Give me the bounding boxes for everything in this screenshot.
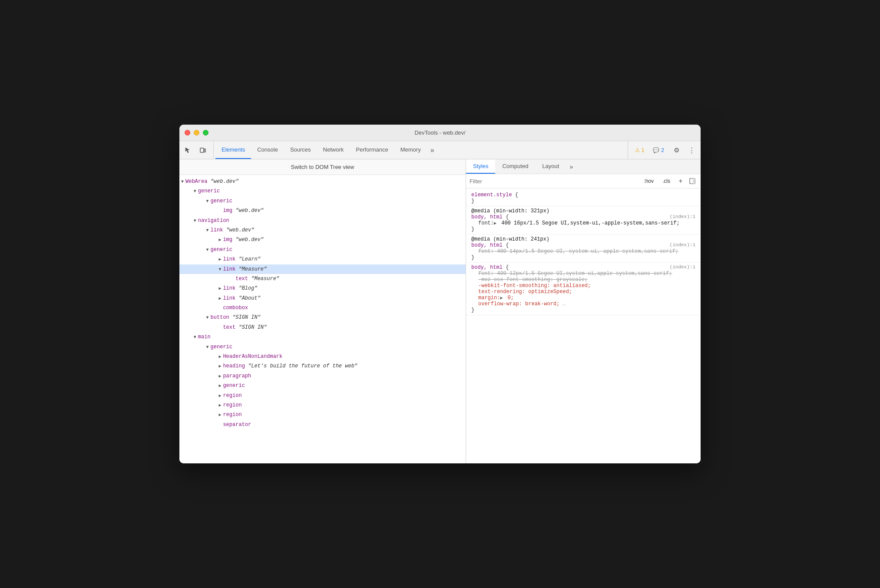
tree-toggle[interactable]: ▶ xyxy=(217,285,223,292)
styles-filter-input[interactable] xyxy=(470,178,638,185)
css-property-name[interactable]: -webkit-font-smoothing: xyxy=(478,283,550,289)
tree-row[interactable]: ▶link "Learn" xyxy=(179,254,466,264)
dom-tree[interactable]: ▼WebArea "web.dev" ▼generic ▼generic img… xyxy=(179,175,466,463)
css-property-name[interactable]: margin: xyxy=(478,295,500,301)
tree-row[interactable]: ▼generic xyxy=(179,245,466,254)
tree-toggle[interactable]: ▶ xyxy=(217,382,223,390)
tree-row[interactable]: ▼generic xyxy=(179,186,466,196)
tree-row[interactable]: ▶img "web.dev" xyxy=(179,235,466,244)
tab-layout[interactable]: Layout xyxy=(535,159,566,174)
css-property-name[interactable]: overflow-wrap: xyxy=(478,301,522,307)
tab-computed[interactable]: Computed xyxy=(495,159,535,174)
tree-row[interactable]: separator xyxy=(179,420,466,429)
tree-toggle[interactable]: ▼ xyxy=(205,246,211,254)
toolbar-left-actions xyxy=(181,141,214,159)
settings-button[interactable]: ⚙ xyxy=(669,143,683,157)
tree-toggle[interactable]: ▼ xyxy=(205,198,211,205)
node-tag: main xyxy=(198,334,211,340)
add-style-rule-button[interactable]: + xyxy=(675,176,686,186)
info-button[interactable]: 💬 2 xyxy=(649,145,668,155)
tree-row[interactable]: combobox xyxy=(179,303,466,313)
tree-row[interactable]: ▶paragraph xyxy=(179,371,466,381)
css-source[interactable]: (index):1 xyxy=(670,214,695,219)
tree-row[interactable]: ▶link "Blog" xyxy=(179,284,466,293)
tree-toggle[interactable]: ▼ xyxy=(192,188,198,195)
tree-row[interactable]: ▼link "web.dev" xyxy=(179,225,466,235)
css-property-name[interactable]: font: xyxy=(478,220,494,226)
css-source[interactable]: (index):1 xyxy=(670,242,695,248)
tree-toggle[interactable]: ▶ xyxy=(217,236,223,244)
tree-row[interactable]: ▼generic xyxy=(179,342,466,352)
tree-row[interactable]: ▶region xyxy=(179,391,466,400)
tree-toggle[interactable]: ▼ xyxy=(192,334,198,341)
tree-row[interactable]: ▼navigation xyxy=(179,216,466,225)
tree-toggle[interactable]: ▶ xyxy=(217,256,223,263)
tree-row[interactable]: ▶link "About" xyxy=(179,294,466,303)
more-options-button[interactable]: ⋮ xyxy=(685,143,699,157)
node-string: "About" xyxy=(238,295,260,301)
tree-row[interactable]: ▶region xyxy=(179,410,466,420)
tree-row[interactable]: ▼generic xyxy=(179,196,466,206)
css-property-name[interactable]: text-rendering: xyxy=(478,289,525,295)
tab-elements[interactable]: Elements xyxy=(215,141,251,159)
css-property-value[interactable]: 0; xyxy=(504,295,514,301)
close-button[interactable] xyxy=(185,130,190,135)
css-property-value[interactable]: 400 16px/1.5 Segoe UI,system-ui,-apple-s… xyxy=(498,220,680,226)
device-toolbar-button[interactable] xyxy=(196,143,210,157)
more-tabs-button[interactable]: » xyxy=(427,141,438,159)
maximize-button[interactable] xyxy=(203,130,208,135)
devtools-tabs: Elements Console Sources Network Perform… xyxy=(215,141,626,159)
tree-toggle[interactable]: ▼ xyxy=(205,344,211,351)
tree-toggle[interactable]: ▶ xyxy=(217,353,223,360)
switch-view-button[interactable]: Switch to DOM Tree view xyxy=(179,159,466,175)
sidebar-toggle-icon xyxy=(689,178,695,184)
tab-sources[interactable]: Sources xyxy=(284,141,317,159)
node-tag: region xyxy=(223,412,242,418)
tab-performance[interactable]: Performance xyxy=(350,141,394,159)
tab-network[interactable]: Network xyxy=(317,141,350,159)
warnings-button[interactable]: ⚠ 1 xyxy=(632,145,648,155)
tree-row[interactable]: ▼main xyxy=(179,332,466,342)
css-property-value[interactable]: antialiased; xyxy=(550,283,591,289)
tree-toggle[interactable]: ▶ xyxy=(217,392,223,400)
tree-toggle[interactable]: ▶ xyxy=(217,363,223,370)
hov-filter-button[interactable]: :hov xyxy=(640,177,657,185)
svg-rect-3 xyxy=(693,178,695,184)
tree-toggle[interactable]: ▶ xyxy=(217,373,223,380)
tree-toggle[interactable]: ▶ xyxy=(217,411,223,419)
property-triangle-icon[interactable]: ▶ xyxy=(494,221,498,226)
node-tag: link xyxy=(223,256,238,262)
tree-row[interactable]: ▶HeaderAsNonLandmark xyxy=(179,352,466,361)
minimize-button[interactable] xyxy=(194,130,199,135)
svg-rect-0 xyxy=(200,148,204,152)
tree-toggle[interactable]: ▼ xyxy=(205,314,211,321)
inspect-element-button[interactable] xyxy=(181,143,195,157)
tree-row[interactable]: ▶region xyxy=(179,400,466,410)
more-styles-tabs-button[interactable]: » xyxy=(566,159,576,174)
tab-console[interactable]: Console xyxy=(251,141,284,159)
tree-row[interactable]: ▶heading "Let's build the future of the … xyxy=(179,361,466,371)
css-property-value[interactable]: break-word; xyxy=(522,301,559,307)
css-property-value[interactable]: optimizeSpeed; xyxy=(525,289,572,295)
tree-row[interactable]: ▼button "SIGN IN" xyxy=(179,313,466,322)
tab-styles[interactable]: Styles xyxy=(466,159,495,174)
tree-row[interactable]: img "web.dev" xyxy=(179,206,466,215)
tree-row[interactable]: ▼link "Measure" xyxy=(179,264,466,274)
tree-toggle[interactable]: ▼ xyxy=(192,217,198,225)
tab-memory[interactable]: Memory xyxy=(394,141,427,159)
tree-row[interactable]: text "SIGN IN" xyxy=(179,323,466,332)
tree-toggle[interactable]: ▶ xyxy=(217,402,223,409)
device-icon xyxy=(199,147,206,154)
css-property-line: margin:▶ 0; xyxy=(471,295,695,301)
tree-row[interactable]: text "Measure" xyxy=(179,274,466,284)
property-triangle-icon[interactable]: ▶ xyxy=(500,295,504,301)
tree-row[interactable]: ▼WebArea "web.dev" xyxy=(179,177,466,186)
tree-toggle[interactable]: ▼ xyxy=(179,178,185,185)
tree-toggle[interactable]: ▼ xyxy=(217,266,223,273)
css-source[interactable]: (index):1 xyxy=(670,264,695,270)
cls-filter-button[interactable]: .cls xyxy=(659,177,674,185)
tree-toggle[interactable]: ▼ xyxy=(205,227,211,234)
toggle-sidebar-button[interactable] xyxy=(688,176,697,186)
tree-row[interactable]: ▶generic xyxy=(179,381,466,390)
tree-toggle[interactable]: ▶ xyxy=(217,295,223,302)
